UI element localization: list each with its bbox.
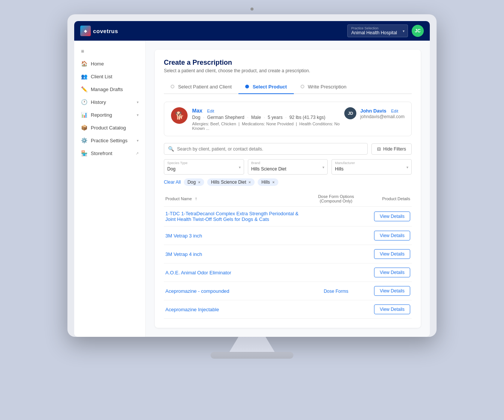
tag-dog: Dog × <box>184 178 204 186</box>
users-icon: 👥 <box>81 73 87 79</box>
chevron-down-icon: ▾ <box>322 165 324 169</box>
brand-label: Brand <box>251 161 325 165</box>
page-title: Create a Prescription <box>164 59 412 67</box>
sidebar-item-history[interactable]: 🕐 History ▾ <box>74 96 145 108</box>
product-link[interactable]: Acepromazine - compounded <box>165 288 229 294</box>
hamburger-menu[interactable]: ≡ <box>74 45 145 57</box>
top-navigation: ◆ covetrus Practice Selection Animal Hea… <box>74 21 430 41</box>
tab-select-product[interactable]: Select Product <box>238 80 294 93</box>
sidebar-item-storefront[interactable]: 🏪 Storefront ↗ <box>74 147 145 160</box>
sidebar-item-product-catalog[interactable]: 📦 Product Catalog <box>74 121 145 134</box>
client-edit-link[interactable]: Edit <box>391 109 398 113</box>
product-link[interactable]: 1-TDC 1-TetraDecanol Complex Extra Stren… <box>165 211 298 222</box>
sidebar-item-client-list[interactable]: 👥 Client List <box>74 70 145 83</box>
tag-hills-science-diet: Hills Science Diet × <box>207 178 255 186</box>
patient-info-left: 🐕 Max Edit Dog · <box>171 107 344 131</box>
patient-info: Max Edit Dog · German Shepherd · Male <box>192 107 344 131</box>
client-name: John Davis <box>360 108 386 114</box>
col-dose-form: Dose Form Options(Compound Only) <box>307 191 365 207</box>
remove-tag-hills[interactable]: × <box>272 180 275 184</box>
patient-edit-link[interactable]: Edit <box>207 109 214 113</box>
practice-label: Practice Selection <box>351 26 397 30</box>
logo-text: covetrus <box>93 28 118 34</box>
product-link[interactable]: 3M Vetrap 3 inch <box>165 233 202 239</box>
box-icon: 📦 <box>81 125 87 131</box>
hide-filters-button[interactable]: ⊟ Hide Filters <box>371 143 412 155</box>
patient-card: 🐕 Max Edit Dog · <box>164 102 412 136</box>
clear-all-button[interactable]: Clear All <box>164 180 181 185</box>
product-name-cell: 1-TDC 1-TetraDecanol Complex Extra Stren… <box>164 207 307 227</box>
dose-form-cell <box>307 263 365 282</box>
tab-circle-icon <box>301 85 304 88</box>
product-link[interactable]: Acepromazine Injectable <box>165 307 219 312</box>
sort-icon[interactable]: ↑ <box>195 196 197 201</box>
view-details-button[interactable]: View Details <box>374 212 410 221</box>
dose-form-cell <box>307 207 365 227</box>
page-card: Create a Prescription Select a patient a… <box>155 50 421 328</box>
view-details-button[interactable]: View Details <box>374 249 410 259</box>
sidebar-item-label: Product Catalog <box>91 125 126 131</box>
remove-tag-hills-science-diet[interactable]: × <box>249 180 251 184</box>
product-details-cell: View Details <box>365 207 412 227</box>
sidebar-item-manage-drafts[interactable]: ✏️ Manage Drafts <box>74 83 145 96</box>
product-name-cell: Acepromazine Injectable <box>164 300 307 319</box>
sidebar-item-practice-settings[interactable]: ⚙️ Practice Settings ▾ <box>74 134 145 147</box>
chevron-down-icon: ▾ <box>406 165 408 169</box>
product-table: Product Name ↑ Dose Form Options(Compoun… <box>164 191 412 319</box>
table-row: 3M Vetrap 4 inchView Details <box>164 245 412 263</box>
col-product-name: Product Name ↑ <box>164 191 307 207</box>
view-details-button[interactable]: View Details <box>374 268 410 277</box>
sidebar-item-label: Manage Drafts <box>91 87 123 92</box>
remove-tag-dog[interactable]: × <box>198 180 200 184</box>
separator-icon: | <box>237 122 242 126</box>
product-details-cell: View Details <box>365 245 412 263</box>
sidebar-item-label: Practice Settings <box>91 138 128 143</box>
sidebar-item-reporting[interactable]: 📊 Reporting ▾ <box>74 108 145 121</box>
view-details-button[interactable]: View Details <box>374 304 410 314</box>
species-select[interactable]: Dog <box>167 166 235 172</box>
external-link-icon: ↗ <box>136 151 139 155</box>
dose-form-cell <box>307 245 365 263</box>
user-avatar[interactable]: JC <box>412 25 424 37</box>
sidebar-item-label: History <box>91 99 106 105</box>
practice-name: Animal Health Hospital <box>351 30 397 35</box>
patient-breed: German Shepherd <box>207 115 244 120</box>
search-input[interactable] <box>177 146 363 152</box>
practice-selector[interactable]: Practice Selection Animal Health Hospita… <box>347 24 408 37</box>
product-link[interactable]: A.O.E. Animal Odor Eliminator <box>165 270 231 275</box>
patient-age: 5 years <box>268 115 283 120</box>
monitor-stand-neck <box>229 337 275 352</box>
species-filter: Species Type Dog ▾ <box>164 159 244 175</box>
chart-icon: 📊 <box>81 112 87 118</box>
logo-icon: ◆ <box>80 26 91 36</box>
logo: ◆ covetrus <box>80 26 118 36</box>
dose-form-cell: Dose Forms <box>307 282 365 300</box>
wizard-tabs: Select Patient and Client Select Product… <box>164 80 412 94</box>
view-details-button[interactable]: View Details <box>374 231 410 240</box>
allergies-text: Allergies: Beef, Chicken <box>192 122 236 126</box>
tab-write-prescription[interactable]: Write Prescription <box>294 80 353 93</box>
home-icon: 🏠 <box>81 61 87 67</box>
view-details-button[interactable]: View Details <box>374 286 410 296</box>
patient-gender: Male <box>251 115 261 120</box>
tag-label: Hills <box>261 180 270 185</box>
separator-icon: · <box>247 115 248 120</box>
search-box: 🔍 <box>164 143 368 155</box>
product-details-cell: View Details <box>365 227 412 245</box>
product-details-cell: View Details <box>365 300 412 319</box>
dose-forms-link[interactable]: Dose Forms <box>324 289 348 294</box>
dog-icon: 🐕 <box>175 111 184 120</box>
manufacturer-select[interactable]: Hills <box>335 166 403 172</box>
patient-weight: 92 lbs (41.73 kgs) <box>289 115 325 120</box>
table-row: 3M Vetrap 3 inchView Details <box>164 227 412 245</box>
sidebar-item-home[interactable]: 🏠 Home <box>74 57 145 70</box>
dose-form-cell <box>307 227 365 245</box>
brand-select[interactable]: Hills Science Diet <box>251 166 319 172</box>
product-link[interactable]: 3M Vetrap 4 inch <box>165 251 202 257</box>
product-details-cell: View Details <box>365 263 412 282</box>
table-row: A.O.E. Animal Odor EliminatorView Detail… <box>164 263 412 282</box>
tag-label: Dog <box>188 180 196 185</box>
clock-icon: 🕐 <box>81 99 87 105</box>
filter-icon: ⊟ <box>377 146 381 152</box>
tab-select-patient[interactable]: Select Patient and Client <box>164 80 238 93</box>
